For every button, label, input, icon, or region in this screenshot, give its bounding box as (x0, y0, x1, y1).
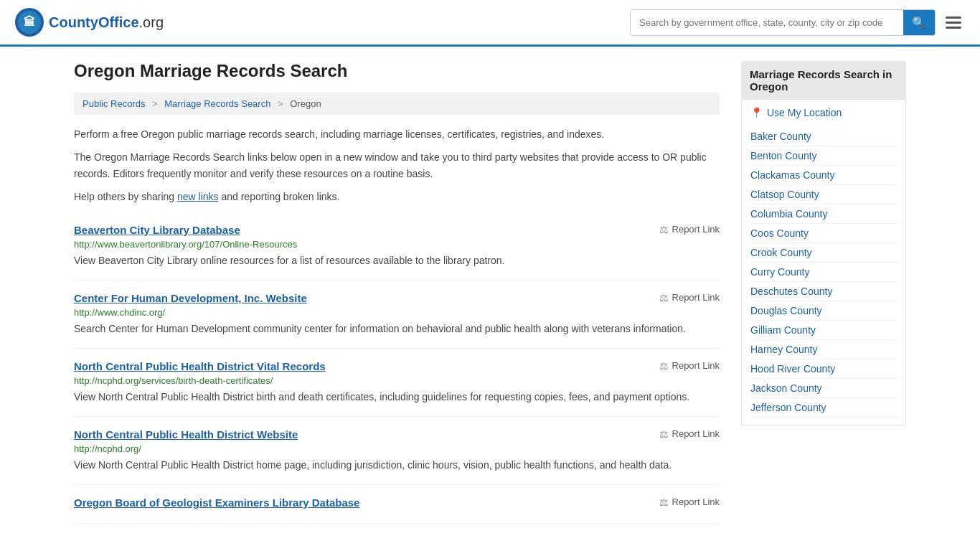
description-3-pre: Help others by sharing (74, 191, 177, 202)
site-header: 🏛 CountyOffice.org 🔍 (0, 0, 980, 47)
breadcrumb-current: Oregon (290, 98, 321, 109)
sidebar: Marriage Records Search in Oregon 📍 Use … (741, 61, 906, 524)
county-link-0[interactable]: Baker County (750, 131, 811, 142)
location-icon: 📍 (750, 107, 763, 118)
county-link-7[interactable]: Curry County (750, 266, 809, 278)
report-link-1[interactable]: ⚖ Report Link (659, 292, 720, 303)
report-link-4[interactable]: ⚖ Report Link (659, 496, 720, 508)
result-item: Beaverton City Library Database ⚖ Report… (74, 212, 720, 281)
page-title: Oregon Marriage Records Search (74, 61, 720, 81)
result-desc-0: View Beaverton City Library online resou… (74, 253, 720, 268)
county-list-item: Curry County (750, 263, 897, 282)
hamburger-line-1 (946, 17, 961, 19)
description-3-post: and reporting broken links. (219, 191, 340, 202)
hamburger-line-2 (946, 22, 961, 24)
county-link-6[interactable]: Crook County (750, 247, 812, 258)
county-list-item: Benton County (750, 146, 897, 166)
logo-text: CountyOffice.org (49, 14, 164, 31)
county-link-4[interactable]: Columbia County (750, 208, 827, 220)
county-link-3[interactable]: Clatsop County (750, 189, 819, 200)
description-2: The Oregon Marriage Records Search links… (74, 149, 720, 182)
result-title-0[interactable]: Beaverton City Library Database (74, 224, 240, 236)
use-my-location-link[interactable]: 📍 Use My Location (750, 107, 897, 118)
result-url-1[interactable]: http://www.chdinc.org/ (74, 307, 720, 318)
result-header: North Central Public Health District Web… (74, 428, 720, 441)
search-input[interactable] (631, 10, 903, 35)
county-list-item: Baker County (750, 127, 897, 146)
report-link-3[interactable]: ⚖ Report Link (659, 428, 720, 440)
breadcrumb-public-records[interactable]: Public Records (83, 98, 145, 109)
county-list-item: Douglas County (750, 301, 897, 321)
svg-text:🏛: 🏛 (24, 15, 35, 28)
county-link-13[interactable]: Jackson County (750, 382, 822, 394)
county-list-item: Clackamas County (750, 166, 897, 185)
county-link-2[interactable]: Clackamas County (750, 169, 835, 181)
report-link-0[interactable]: ⚖ Report Link (659, 224, 720, 235)
county-link-8[interactable]: Deschutes County (750, 286, 832, 297)
result-header: Oregon Board of Geologist Examiners Libr… (74, 496, 720, 509)
result-title-3[interactable]: North Central Public Health District Web… (74, 428, 298, 441)
description-1: Perform a free Oregon public marriage re… (74, 126, 720, 142)
result-desc-1: Search Center for Human Development comm… (74, 321, 720, 336)
county-list-item: Deschutes County (750, 282, 897, 301)
report-icon-0: ⚖ (659, 224, 669, 235)
result-header: Center For Human Development, Inc. Websi… (74, 292, 720, 304)
county-link-9[interactable]: Douglas County (750, 305, 822, 316)
result-desc-2: View North Central Public Health Distric… (74, 390, 720, 405)
county-link-1[interactable]: Benton County (750, 150, 817, 161)
search-box: 🔍 (630, 9, 936, 36)
use-my-location-label: Use My Location (767, 107, 842, 118)
logo-area: 🏛 CountyOffice.org (14, 7, 164, 37)
report-link-2[interactable]: ⚖ Report Link (659, 360, 720, 372)
result-url-2[interactable]: http://ncphd.org/services/birth-death-ce… (74, 375, 720, 386)
county-list-item: Gilliam County (750, 321, 897, 340)
result-url-3[interactable]: http://ncphd.org/ (74, 443, 720, 454)
main-container: Oregon Marriage Records Search Public Re… (60, 47, 920, 538)
report-icon-4: ⚖ (659, 496, 669, 508)
result-title-2[interactable]: North Central Public Health District Vit… (74, 360, 326, 372)
result-item: Oregon Board of Geologist Examiners Libr… (74, 485, 720, 524)
county-link-5[interactable]: Coos County (750, 227, 809, 239)
breadcrumb-marriage-records[interactable]: Marriage Records Search (164, 98, 270, 109)
search-button[interactable]: 🔍 (903, 10, 935, 35)
county-list-item: Jackson County (750, 379, 897, 398)
county-link-14[interactable]: Jefferson County (750, 402, 826, 413)
result-item: Center For Human Development, Inc. Websi… (74, 281, 720, 349)
county-list-item: Coos County (750, 224, 897, 243)
county-list-item: Clatsop County (750, 185, 897, 204)
report-icon-3: ⚖ (659, 428, 669, 440)
sidebar-content: 📍 Use My Location Baker CountyBenton Cou… (741, 100, 906, 425)
county-link-10[interactable]: Gilliam County (750, 324, 816, 336)
content-area: Oregon Marriage Records Search Public Re… (74, 61, 720, 524)
result-desc-3: View North Central Public Health Distric… (74, 458, 720, 473)
result-item: North Central Public Health District Web… (74, 417, 720, 485)
hamburger-line-3 (946, 27, 961, 29)
result-title-1[interactable]: Center For Human Development, Inc. Websi… (74, 292, 307, 304)
county-list: Baker CountyBenton CountyClackamas Count… (750, 127, 897, 418)
county-list-item: Jefferson County (750, 398, 897, 418)
county-list-item: Harney County (750, 340, 897, 359)
breadcrumb-sep-1: > (152, 98, 158, 109)
report-icon-1: ⚖ (659, 292, 669, 303)
results-list: Beaverton City Library Database ⚖ Report… (74, 212, 720, 524)
county-list-item: Hood River County (750, 359, 897, 379)
breadcrumb: Public Records > Marriage Records Search… (74, 93, 720, 115)
result-header: North Central Public Health District Vit… (74, 360, 720, 372)
result-title-4[interactable]: Oregon Board of Geologist Examiners Libr… (74, 496, 359, 509)
sidebar-header: Marriage Records Search in Oregon (741, 61, 906, 100)
result-item: North Central Public Health District Vit… (74, 349, 720, 417)
breadcrumb-sep-2: > (278, 98, 283, 109)
county-list-item: Columbia County (750, 204, 897, 224)
search-area: 🔍 (630, 9, 966, 36)
county-link-12[interactable]: Hood River County (750, 363, 835, 375)
report-icon-2: ⚖ (659, 360, 669, 372)
county-link-11[interactable]: Harney County (750, 344, 817, 355)
result-header: Beaverton City Library Database ⚖ Report… (74, 224, 720, 236)
site-logo-icon: 🏛 (14, 7, 44, 37)
description-3: Help others by sharing new links and rep… (74, 189, 720, 204)
result-url-0[interactable]: http://www.beavertonlibrary.org/107/Onli… (74, 239, 720, 250)
menu-button[interactable] (941, 12, 966, 33)
county-list-item: Crook County (750, 243, 897, 263)
new-links-link[interactable]: new links (177, 191, 219, 202)
